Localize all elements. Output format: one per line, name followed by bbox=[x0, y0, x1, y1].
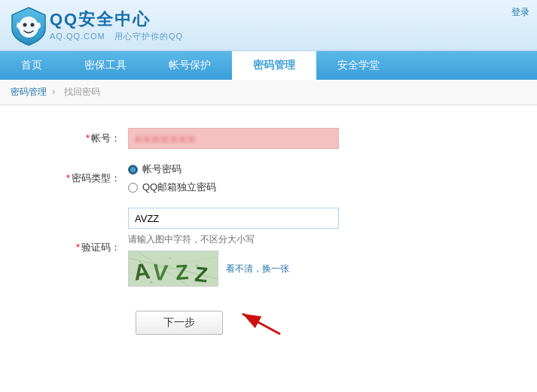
svg-point-2 bbox=[31, 23, 35, 26]
nav-item-password-management[interactable]: 密码管理 bbox=[232, 51, 316, 80]
account-label: *帐号： bbox=[60, 132, 128, 145]
radio-mailbox-password[interactable]: QQ邮箱独立密码 bbox=[128, 181, 216, 194]
breadcrumb-parent[interactable]: 密码管理 bbox=[11, 87, 47, 97]
main-nav: 首页 密保工具 帐号保护 密码管理 安全学堂 bbox=[0, 51, 537, 80]
svg-point-4 bbox=[36, 23, 41, 29]
next-arrow-icon bbox=[227, 308, 288, 338]
site-title: QQ安全中心 bbox=[50, 8, 183, 31]
svg-text:Z: Z bbox=[175, 260, 189, 284]
svg-point-3 bbox=[17, 23, 21, 29]
captcha-svg: A V Z Z bbox=[129, 251, 218, 287]
breadcrumb-separator: › bbox=[52, 87, 55, 97]
svg-text:A: A bbox=[132, 258, 151, 285]
captcha-input[interactable] bbox=[128, 208, 339, 229]
radio-mailbox-password-label: QQ邮箱独立密码 bbox=[142, 181, 216, 194]
qq-logo-icon bbox=[8, 5, 50, 47]
password-type-options: 帐号密码 QQ邮箱独立密码 bbox=[128, 163, 216, 194]
account-row: *帐号： bbox=[60, 128, 477, 149]
svg-point-1 bbox=[23, 23, 27, 26]
svg-line-19 bbox=[243, 314, 280, 334]
svg-point-16 bbox=[151, 281, 153, 284]
main-content: *帐号： *密码类型： 帐号密码 QQ邮箱独立密码 *验证码： 请输入图中字符，… bbox=[0, 105, 537, 391]
breadcrumb-current: 找回密码 bbox=[64, 87, 100, 97]
next-step-button[interactable]: 下一步 bbox=[136, 311, 223, 335]
password-type-row: *密码类型： 帐号密码 QQ邮箱独立密码 bbox=[60, 163, 477, 194]
radio-account-password[interactable]: 帐号密码 bbox=[128, 163, 216, 176]
radio-mailbox-password-input[interactable] bbox=[128, 183, 138, 193]
captcha-image-area: A V Z Z 看不清，换一张 bbox=[128, 251, 339, 287]
captcha-label: *验证码： bbox=[60, 241, 128, 254]
captcha-required-star: * bbox=[76, 242, 80, 253]
password-type-label: *密码类型： bbox=[60, 172, 128, 185]
password-type-required-star: * bbox=[66, 172, 70, 184]
login-link[interactable]: 登录 bbox=[511, 6, 529, 19]
header-text: QQ安全中心 AQ.QQ.COM 用心守护你的QQ bbox=[50, 8, 183, 42]
svg-point-15 bbox=[195, 264, 198, 267]
account-input[interactable] bbox=[128, 128, 339, 149]
svg-point-13 bbox=[139, 261, 142, 263]
account-required-star: * bbox=[86, 132, 90, 144]
svg-point-0 bbox=[19, 17, 38, 38]
captcha-row: *验证码： 请输入图中字符，不区分大小写 A V bbox=[60, 208, 477, 287]
captcha-hint: 请输入图中字符，不区分大小写 bbox=[128, 233, 339, 246]
svg-point-17 bbox=[203, 280, 205, 281]
radio-account-password-input[interactable] bbox=[128, 165, 138, 175]
captcha-section: 请输入图中字符，不区分大小写 A V Z bbox=[128, 208, 339, 287]
nav-item-account-protection[interactable]: 帐号保护 bbox=[148, 51, 232, 80]
svg-point-14 bbox=[169, 257, 171, 259]
nav-item-security-tools[interactable]: 密保工具 bbox=[63, 51, 148, 80]
captcha-image: A V Z Z bbox=[128, 251, 218, 287]
header: QQ安全中心 AQ.QQ.COM 用心守护你的QQ 登录 bbox=[0, 0, 537, 51]
radio-account-password-label: 帐号密码 bbox=[142, 163, 182, 176]
svg-text:V: V bbox=[151, 259, 169, 285]
nav-item-security-academy[interactable]: 安全学堂 bbox=[316, 51, 401, 80]
nav-item-home[interactable]: 首页 bbox=[0, 51, 63, 80]
captcha-refresh-link[interactable]: 看不清，换一张 bbox=[226, 263, 289, 275]
site-url: AQ.QQ.COM 用心守护你的QQ bbox=[50, 31, 183, 42]
breadcrumb: 密码管理 › 找回密码 bbox=[0, 80, 537, 105]
next-button-row: 下一步 bbox=[60, 308, 477, 338]
